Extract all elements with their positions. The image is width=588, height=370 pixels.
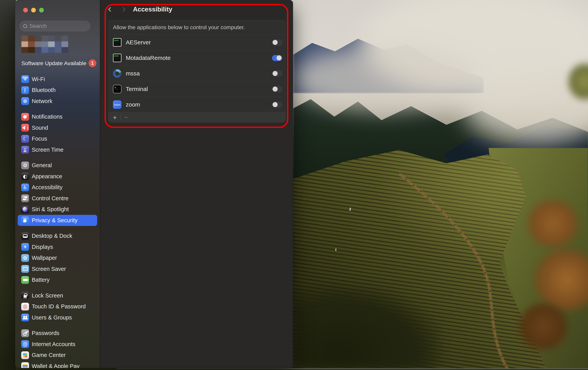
wallpaper-autumn-tree — [526, 200, 580, 247]
sidebar-item-label: Internet Accounts — [32, 341, 75, 348]
toggle-zoom[interactable] — [272, 102, 282, 108]
app-permission-list: execAEServerexecMotadataRemotemssa>_Term… — [108, 35, 286, 112]
app-name: Terminal — [126, 86, 148, 92]
sidebar-item-label: Desktop & Dock — [32, 233, 72, 239]
wallpaper-left-edge — [0, 0, 16, 370]
search-input[interactable] — [29, 23, 80, 29]
privacy-security-accessibility-panel: Accessibility Allow the applications bel… — [100, 0, 293, 368]
sidebar-item-control-centre[interactable]: Control Centre — [18, 193, 97, 204]
desktop-dock-icon — [21, 232, 29, 240]
software-update-badge: 1 — [89, 59, 96, 67]
page-title: Accessibility — [133, 6, 172, 13]
sidebar-item-focus[interactable]: ☾Focus — [18, 133, 97, 144]
background-window-edge — [116, 368, 588, 370]
sidebar-item-privacy-security[interactable]: Privacy & Security — [18, 215, 97, 226]
sidebar-item-users-groups[interactable]: Users & Groups — [18, 312, 97, 323]
panel-header: Accessibility — [100, 0, 293, 19]
sidebar-item-wi-fi[interactable]: Wi-Fi — [18, 74, 97, 85]
privacy-hand-icon — [21, 216, 29, 224]
sidebar-item-label: Wi-Fi — [32, 76, 45, 82]
sidebar-item-label: Control Centre — [32, 195, 69, 202]
sidebar-item-label: Notifications — [32, 114, 63, 120]
app-name: AEServer — [126, 39, 151, 46]
settings-sidebar: Software Update Available 1 Wi-FiᛒBlueto… — [15, 0, 100, 368]
users-groups-icon — [21, 314, 29, 321]
sidebar-item-game-center[interactable]: Game Center — [18, 350, 97, 361]
screen-saver-icon — [21, 265, 29, 273]
chevron-right-icon[interactable] — [121, 7, 125, 12]
control-centre-toggles-icon — [21, 194, 29, 202]
sidebar-item-internet-accounts[interactable]: @Internet Accounts — [18, 339, 97, 350]
zoom-button[interactable] — [39, 8, 44, 12]
sidebar-item-touch-id-password[interactable]: Touch ID & Password — [18, 301, 97, 312]
permissions-description: Allow the applications below to control … — [108, 20, 286, 35]
close-button[interactable] — [23, 8, 28, 12]
toggle-mssa[interactable] — [272, 70, 282, 77]
touch-id-fingerprint-icon — [21, 303, 29, 310]
sidebar-item-label: Accessibility — [32, 184, 63, 190]
sidebar-item-label: Battery — [32, 277, 50, 283]
sidebar-item-screen-saver[interactable]: Screen Saver — [18, 263, 97, 275]
sidebar-item-sound[interactable]: Sound — [18, 122, 97, 133]
wifi-icon — [21, 75, 29, 83]
sidebar-item-displays[interactable]: ☀Displays — [18, 241, 97, 253]
sidebar-item-software-update[interactable]: Software Update Available 1 — [21, 59, 96, 68]
wallpaper-fog — [290, 47, 475, 111]
sidebar-item-appearance[interactable]: ◐Appearance — [18, 171, 97, 182]
sidebar-item-screen-time[interactable]: ⌛Screen Time — [18, 144, 97, 155]
sidebar-item-accessibility[interactable]: ♿Accessibility — [18, 182, 97, 193]
sidebar-item-label: Screen Saver — [32, 266, 66, 272]
wallpaper-shadow — [293, 286, 441, 370]
add-app-button[interactable]: + — [111, 113, 119, 122]
sidebar-item-label: Appearance — [32, 173, 62, 180]
terminal-exec-icon: exec — [113, 38, 122, 47]
sidebar-item-network[interactable]: ⊕Network — [18, 96, 97, 107]
sidebar-item-wallet-apple-pay[interactable]: Wallet & Apple Pay — [18, 361, 97, 368]
user-account-blurred[interactable] — [21, 36, 68, 53]
sidebar-item-general[interactable]: ⚙General — [18, 160, 97, 171]
sidebar-item-label: Focus — [32, 136, 47, 142]
sidebar-item-label: Users & Groups — [32, 314, 72, 321]
sidebar-nav: Wi-FiᛒBluetooth⊕NetworkNotificationsSoun… — [18, 74, 97, 368]
list-edit-toolbar: + − — [108, 112, 286, 122]
toggle-terminal[interactable] — [272, 86, 282, 92]
sidebar-item-wallpaper[interactable]: ✿Wallpaper — [18, 253, 97, 264]
sidebar-item-label: Wallpaper — [32, 255, 57, 261]
app-name: MotadataRemote — [126, 55, 170, 61]
minimize-button[interactable] — [31, 8, 36, 12]
battery-icon — [21, 276, 29, 284]
search-icon — [23, 24, 27, 28]
network-globe-icon: ⊕ — [21, 97, 29, 105]
system-settings-window: Software Update Available 1 Wi-FiᛒBlueto… — [15, 0, 293, 368]
accessibility-person-icon: ♿ — [21, 184, 29, 191]
sidebar-item-siri-spotlight[interactable]: Siri & Spotlight — [18, 204, 97, 215]
app-row-aeserver: execAEServer — [108, 35, 286, 50]
search-field[interactable] — [20, 21, 90, 31]
sidebar-item-label: Privacy & Security — [32, 217, 77, 224]
sidebar-item-battery[interactable]: Battery — [18, 275, 97, 286]
sidebar-item-passwords[interactable]: Passwords — [18, 328, 97, 339]
app-row-terminal: >_Terminal — [108, 81, 286, 97]
toggle-motadataremote[interactable] — [272, 55, 282, 61]
sidebar-item-desktop-dock[interactable]: Desktop & Dock — [18, 230, 97, 242]
ring-chart-icon — [113, 69, 122, 78]
remove-app-button[interactable]: − — [122, 113, 130, 122]
sidebar-item-label: Sound — [32, 125, 48, 131]
toggle-aeserver[interactable] — [272, 40, 282, 46]
app-name: zoom — [126, 101, 140, 108]
sidebar-item-label: Displays — [32, 244, 53, 250]
appearance-contrast-icon: ◐ — [21, 172, 29, 180]
sidebar-item-bluetooth[interactable]: ᛒBluetooth — [18, 85, 97, 96]
app-name: mssa — [126, 70, 140, 77]
toolbar-divider — [120, 115, 121, 120]
app-row-motadataremote: execMotadataRemote — [108, 50, 286, 66]
sidebar-item-notifications[interactable]: Notifications — [18, 111, 97, 122]
passwords-key-icon — [21, 329, 29, 337]
app-row-zoom: zoomzoom — [108, 97, 286, 112]
displays-sun-icon: ☀ — [21, 243, 29, 251]
wallet-icon — [21, 362, 29, 368]
accessibility-permissions-card: Allow the applications below to control … — [108, 20, 286, 122]
sidebar-item-lock-screen[interactable]: Lock Screen — [18, 290, 97, 301]
app-row-mssa: mssa — [108, 66, 286, 81]
chevron-left-icon[interactable] — [108, 7, 113, 12]
